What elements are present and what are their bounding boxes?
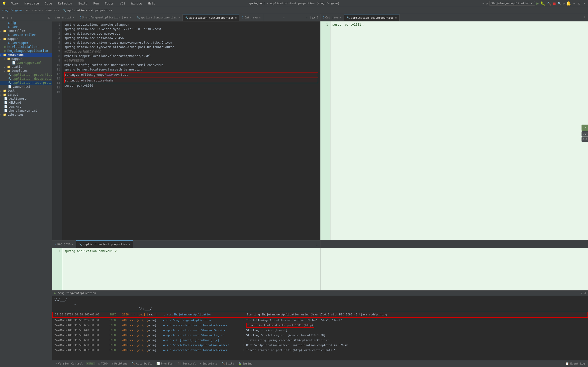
tree-item-static[interactable]: ▸ 📁 static: [0, 65, 52, 69]
scroll-up-btn[interactable]: ▲: [312, 16, 314, 19]
breadcrumb-project[interactable]: shujufangwen: [2, 9, 22, 12]
tab-settings-btn[interactable]: ⋮: [316, 16, 319, 19]
tree-item-usercontroller[interactable]: C UserController: [0, 33, 52, 37]
tree-item-iml[interactable]: 📄 shujufangwen.iml: [0, 109, 52, 113]
build-btn[interactable]: 🔨: [547, 1, 551, 5]
run-close-btn[interactable]: ✕: [581, 292, 583, 295]
toolbar-settings[interactable]: ⚙: [486, 2, 488, 5]
menu-navigate[interactable]: Navigate: [23, 1, 40, 6]
win-minimize[interactable]: ─: [573, 2, 576, 5]
tab-bottom-test-props[interactable]: 🔧 application-test.properties ✕: [76, 240, 133, 248]
tree-item-usermapper-xml[interactable]: 📄 UserMapper.xml: [0, 61, 52, 65]
status-event-log[interactable]: 📋 Event Log: [565, 362, 586, 365]
tree-item-application-props[interactable]: 🔧 application.properties: [0, 73, 52, 77]
menu-window[interactable]: Window: [130, 1, 143, 6]
menu-code[interactable]: Code: [44, 1, 53, 6]
tab-catjava-close[interactable]: ✕: [259, 16, 261, 19]
tab-right-catjava-close[interactable]: ✕: [340, 16, 342, 19]
tab-shujufangwen-app[interactable]: C ShujufangwenApplication.java ✕: [77, 14, 134, 21]
status-terminal[interactable]: ⬛ Terminal: [177, 362, 197, 365]
tree-item-resources[interactable]: ▾ 📁 resources: [0, 53, 52, 57]
sidebar-collapse-icon[interactable]: ↑: [10, 15, 13, 20]
tab-right-dev-props-close[interactable]: ✕: [395, 16, 397, 19]
tree-item-pomxml[interactable]: 📄 pom.xml: [0, 105, 52, 109]
scroll-down-btn[interactable]: ▼: [314, 16, 315, 19]
tree-item-user[interactable]: C User: [0, 25, 52, 29]
settings-gear[interactable]: ⚙: [563, 2, 565, 5]
bottom-tab-more-btn[interactable]: ⋮: [314, 242, 320, 246]
code-content-right[interactable]: server.port=1001 ✓: [330, 21, 588, 240]
menu-view[interactable]: View: [10, 1, 19, 6]
tree-item-pig[interactable]: C Pig: [0, 21, 52, 25]
status-spring[interactable]: 🍃 Spring: [237, 362, 254, 365]
tab-right-dev-props[interactable]: 🔧 application-dev.properties ✕: [344, 14, 399, 21]
tree-item-usermapper-java[interactable]: C UserMapper: [0, 41, 52, 45]
status-endpoints[interactable]: ⚡ Endpoints: [199, 362, 218, 365]
tab-application-props-close[interactable]: ✕: [178, 16, 180, 19]
status-auto-build[interactable]: 🔨 Auto-build: [130, 362, 153, 365]
right-tab-more-btn[interactable]: ⋮: [582, 16, 588, 20]
tree-item-templates[interactable]: ▸ 📁 templates: [0, 69, 52, 73]
menu-refactor[interactable]: Refactor: [57, 1, 74, 6]
notifications-btn[interactable]: 🔔: [566, 1, 571, 6]
tree-item-mapper-xml-folder[interactable]: ▾ 📁 mapper: [0, 57, 52, 61]
breadcrumb-file[interactable]: application-test.properties: [67, 9, 112, 12]
win-close[interactable]: ✕: [583, 2, 586, 5]
status-version-control[interactable]: ↑ Version Control: [54, 362, 84, 365]
menu-tools[interactable]: Tools: [104, 1, 115, 6]
sidebar-settings-icon[interactable]: ⚙: [48, 15, 51, 20]
tree-item-test[interactable]: ▸ 📁 test: [0, 89, 52, 93]
debug-btn[interactable]: 🐛: [540, 1, 545, 6]
tree-item-mapper-folder[interactable]: ▾ 📁 mapper: [0, 37, 52, 41]
menu-help[interactable]: Help: [147, 1, 156, 6]
bottom-code-editor[interactable]: 1 spring.application.name=cui ✓: [52, 248, 320, 290]
stop-btn[interactable]: ⏹: [553, 1, 556, 5]
tab-dogjava[interactable]: C Dog.java ✕: [52, 240, 76, 248]
tab-application-props[interactable]: 🔧 application.properties ✕: [134, 14, 183, 21]
menu-build[interactable]: Build: [77, 1, 88, 6]
tree-item-libraries[interactable]: ▸ 📁 Libraries: [0, 113, 52, 117]
run-settings-btn[interactable]: ⚙: [584, 292, 586, 295]
tab-application-test-close[interactable]: ✕: [235, 16, 237, 19]
tab-right-catjava[interactable]: C Cat.java ✕: [320, 14, 344, 21]
tree-item-shujufangwenapplication[interactable]: ⚙ ShujufangwenApplication: [0, 49, 52, 53]
notif-badge-green[interactable]: ✓: [582, 125, 588, 131]
tab-banner-txt-close[interactable]: ✕: [73, 16, 74, 19]
run-config-dropdown[interactable]: ShujufangwenApplication ▼: [489, 1, 535, 6]
run-btn[interactable]: ▶: [536, 1, 539, 6]
breadcrumb-resources[interactable]: resources: [44, 9, 59, 12]
search-btn[interactable]: 🔍: [558, 2, 561, 5]
tree-item-helpmd[interactable]: 📄 HELP.md: [0, 101, 52, 105]
right-code-editor[interactable]: 1 server.port=1001 ✓: [320, 21, 588, 240]
tree-item-gitignore[interactable]: 📄 .gitignore: [0, 97, 52, 101]
tab-more-btn[interactable]: ⋯: [282, 16, 287, 20]
sidebar-menu-icon[interactable]: ≡: [1, 15, 4, 20]
breadcrumb-main[interactable]: main: [34, 9, 41, 12]
status-problems[interactable]: ⚠ Problems: [111, 362, 129, 365]
status-profiler[interactable]: 📊 Profiler: [155, 362, 175, 365]
tab-banner-txt[interactable]: banner.txt ✕: [52, 14, 77, 21]
tree-item-application-dev-props[interactable]: 🔧 application-dev.properties: [0, 77, 52, 81]
menu-vcs[interactable]: VCS: [119, 1, 126, 6]
tab-catjava[interactable]: C Cat.java ✕: [239, 14, 263, 21]
bottom-code-content[interactable]: spring.application.name=cui ✓: [62, 248, 320, 290]
tree-item-banner-txt[interactable]: 📄 banner.txt: [0, 85, 52, 89]
breadcrumb-src[interactable]: src: [25, 9, 30, 12]
tree-item-application-test-props[interactable]: 🔧 application-test.properties: [0, 81, 52, 85]
status-todo[interactable]: ☑ TODO: [97, 362, 108, 365]
tab-shujufangwen-app-close[interactable]: ✕: [130, 16, 131, 19]
left-code-editor[interactable]: 1 2 3 4 5 6 7 8 9 10 11: [52, 21, 320, 240]
win-restore[interactable]: □: [578, 2, 581, 5]
tree-item-target[interactable]: ▸ 📁 target: [0, 93, 52, 97]
tab-dogjava-close[interactable]: ✕: [72, 243, 74, 245]
code-content-left[interactable]: spring.application.name=shujufangwen spr…: [62, 21, 320, 240]
tree-item-controller[interactable]: ▾ 📁 controller: [0, 29, 52, 33]
menu-run[interactable]: Run: [93, 1, 100, 6]
tab-application-test-props-active[interactable]: 🔧 application-test.properties ✕: [183, 14, 240, 21]
toolbar-back[interactable]: ←: [483, 2, 484, 5]
tab-bottom-test-close[interactable]: ✕: [129, 243, 130, 246]
tree-item-servletinitializer[interactable]: ⚙ ServletInitializer: [0, 45, 52, 49]
sidebar-sort-icon[interactable]: ↕: [5, 15, 8, 20]
status-run[interactable]: ▶ Run: [86, 362, 96, 365]
status-build[interactable]: 🔨 Build: [220, 362, 235, 365]
